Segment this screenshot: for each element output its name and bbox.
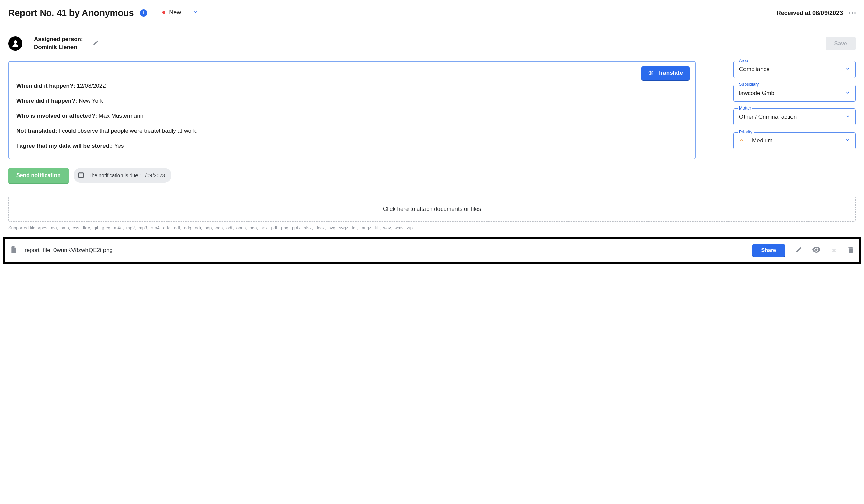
received-at: Received at 08/09/2023 bbox=[777, 10, 843, 17]
save-button[interactable]: Save bbox=[826, 37, 856, 50]
status-label: New bbox=[169, 9, 181, 16]
priority-select[interactable]: Priority Medium bbox=[733, 132, 856, 149]
chevron-down-icon bbox=[193, 9, 198, 16]
field-nottranslated: Not translated: I could observe that peo… bbox=[16, 127, 688, 134]
translate-button[interactable]: Translate bbox=[641, 66, 690, 80]
matter-value: Other / Criminal action bbox=[739, 114, 796, 120]
subsidiary-value: lawcode GmbH bbox=[739, 90, 779, 97]
chevron-down-icon bbox=[845, 138, 850, 144]
share-button[interactable]: Share bbox=[752, 244, 785, 257]
right-column: Area Compliance Subsidiary lawcode GmbH … bbox=[733, 61, 856, 160]
notification-due-pill: The notification is due 11/09/2023 bbox=[73, 168, 171, 183]
field-when: When did it happen?: 12/08/2022 bbox=[16, 83, 688, 89]
avatar bbox=[8, 36, 23, 51]
area-select[interactable]: Area Compliance bbox=[733, 61, 856, 78]
preview-attachment-button[interactable] bbox=[812, 247, 820, 254]
download-attachment-button[interactable] bbox=[831, 246, 838, 254]
status-dot-icon bbox=[163, 11, 166, 14]
pencil-icon bbox=[93, 40, 99, 46]
area-value: Compliance bbox=[739, 66, 770, 73]
matter-select[interactable]: Matter Other / Criminal action bbox=[733, 109, 856, 125]
translate-button-label: Translate bbox=[657, 70, 683, 76]
chevron-down-icon bbox=[845, 66, 850, 72]
field-where: Where did it happen?: New York bbox=[16, 98, 688, 105]
attachment-actions: Share bbox=[752, 244, 854, 257]
download-icon bbox=[831, 246, 838, 253]
header-bar: Report No. 41 by Anonymous i New Receive… bbox=[0, 0, 864, 26]
assignee-label: Assigned person: bbox=[34, 36, 83, 44]
assignee-row: Assigned person: Dominik Lienen Save bbox=[0, 26, 864, 61]
left-column: Translate When did it happen?: 12/08/202… bbox=[8, 61, 696, 160]
file-icon bbox=[10, 246, 17, 255]
page-title: Report No. 41 by Anonymous bbox=[8, 8, 134, 19]
edit-assignee-button[interactable] bbox=[93, 40, 99, 47]
notification-row: Send notification The notification is du… bbox=[0, 160, 864, 192]
eye-icon bbox=[812, 247, 820, 253]
pencil-icon bbox=[795, 246, 802, 253]
priority-value: Medium bbox=[752, 137, 772, 144]
file-dropzone[interactable]: Click here to attach documents or files bbox=[8, 197, 856, 222]
priority-medium-icon bbox=[739, 138, 744, 144]
more-horizontal-icon[interactable] bbox=[849, 12, 856, 14]
main: Translate When did it happen?: 12/08/202… bbox=[0, 61, 864, 160]
field-consent: I agree that my data will be stored.: Ye… bbox=[16, 143, 688, 149]
assignee-name: Dominik Lienen bbox=[34, 44, 83, 51]
globe-icon bbox=[648, 70, 653, 75]
attachment-row: report_file_0wunKV8zwhQE2i.png Share bbox=[3, 237, 861, 263]
attachment-filename: report_file_0wunKV8zwhQE2i.png bbox=[24, 247, 113, 254]
field-who: Who is involved or affected?: Max Muster… bbox=[16, 113, 688, 119]
assignee-text: Assigned person: Dominik Lienen bbox=[34, 36, 83, 51]
info-icon[interactable]: i bbox=[140, 9, 147, 17]
subsidiary-select[interactable]: Subsidiary lawcode GmbH bbox=[733, 85, 856, 102]
rename-attachment-button[interactable] bbox=[795, 246, 802, 254]
delete-attachment-button[interactable] bbox=[848, 246, 854, 254]
calendar-icon bbox=[77, 171, 84, 179]
trash-icon bbox=[848, 246, 854, 253]
send-notification-button[interactable]: Send notification bbox=[8, 168, 69, 183]
person-icon bbox=[11, 39, 20, 48]
status-select[interactable]: New bbox=[162, 8, 199, 19]
report-content-panel: Translate When did it happen?: 12/08/202… bbox=[8, 61, 696, 160]
svg-rect-2 bbox=[78, 173, 83, 177]
chevron-down-icon bbox=[845, 114, 850, 120]
divider bbox=[8, 192, 856, 193]
svg-point-0 bbox=[14, 40, 17, 44]
supported-filetypes: Supported file types: .avi, .bmp, .css, … bbox=[8, 225, 856, 230]
notification-due-text: The notification is due 11/09/2023 bbox=[88, 172, 165, 178]
chevron-down-icon bbox=[845, 90, 850, 96]
